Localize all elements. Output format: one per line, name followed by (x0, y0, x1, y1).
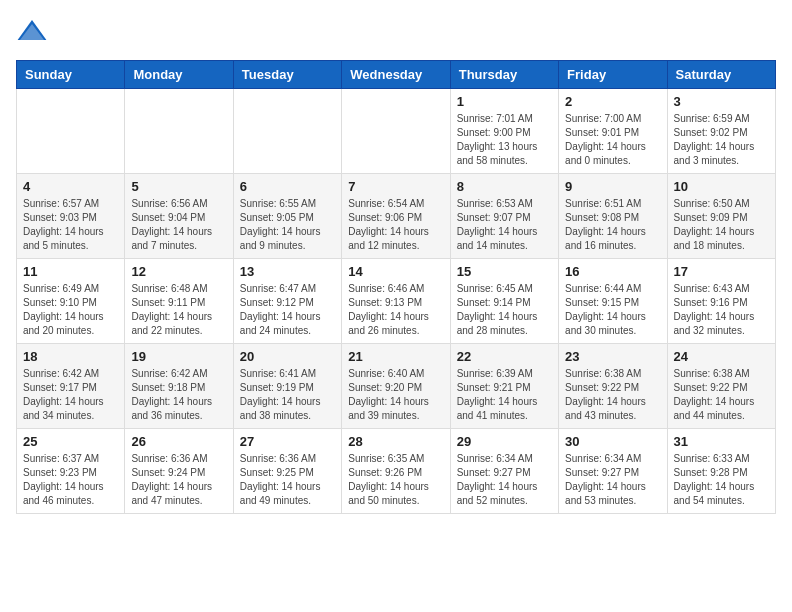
day-info: Sunrise: 6:42 AMSunset: 9:18 PMDaylight:… (131, 367, 226, 423)
calendar-week-row: 25Sunrise: 6:37 AMSunset: 9:23 PMDayligh… (17, 429, 776, 514)
day-number: 10 (674, 179, 769, 194)
day-number: 14 (348, 264, 443, 279)
day-info: Sunrise: 6:41 AMSunset: 9:19 PMDaylight:… (240, 367, 335, 423)
calendar-header-sunday: Sunday (17, 61, 125, 89)
day-number: 6 (240, 179, 335, 194)
day-number: 25 (23, 434, 118, 449)
day-info: Sunrise: 6:35 AMSunset: 9:26 PMDaylight:… (348, 452, 443, 508)
calendar-cell: 30Sunrise: 6:34 AMSunset: 9:27 PMDayligh… (559, 429, 667, 514)
logo (16, 16, 52, 48)
day-number: 13 (240, 264, 335, 279)
calendar-cell: 23Sunrise: 6:38 AMSunset: 9:22 PMDayligh… (559, 344, 667, 429)
day-info: Sunrise: 6:39 AMSunset: 9:21 PMDaylight:… (457, 367, 552, 423)
calendar-cell (342, 89, 450, 174)
day-info: Sunrise: 6:33 AMSunset: 9:28 PMDaylight:… (674, 452, 769, 508)
day-info: Sunrise: 6:42 AMSunset: 9:17 PMDaylight:… (23, 367, 118, 423)
day-info: Sunrise: 6:49 AMSunset: 9:10 PMDaylight:… (23, 282, 118, 338)
calendar-cell: 9Sunrise: 6:51 AMSunset: 9:08 PMDaylight… (559, 174, 667, 259)
calendar-cell: 21Sunrise: 6:40 AMSunset: 9:20 PMDayligh… (342, 344, 450, 429)
day-number: 3 (674, 94, 769, 109)
day-number: 23 (565, 349, 660, 364)
logo-icon (16, 16, 48, 48)
calendar-cell: 29Sunrise: 6:34 AMSunset: 9:27 PMDayligh… (450, 429, 558, 514)
calendar-header-wednesday: Wednesday (342, 61, 450, 89)
calendar-cell: 1Sunrise: 7:01 AMSunset: 9:00 PMDaylight… (450, 89, 558, 174)
day-number: 30 (565, 434, 660, 449)
day-info: Sunrise: 6:46 AMSunset: 9:13 PMDaylight:… (348, 282, 443, 338)
day-number: 19 (131, 349, 226, 364)
day-info: Sunrise: 6:50 AMSunset: 9:09 PMDaylight:… (674, 197, 769, 253)
day-info: Sunrise: 6:34 AMSunset: 9:27 PMDaylight:… (457, 452, 552, 508)
day-info: Sunrise: 6:48 AMSunset: 9:11 PMDaylight:… (131, 282, 226, 338)
calendar-week-row: 4Sunrise: 6:57 AMSunset: 9:03 PMDaylight… (17, 174, 776, 259)
day-info: Sunrise: 6:57 AMSunset: 9:03 PMDaylight:… (23, 197, 118, 253)
day-number: 24 (674, 349, 769, 364)
calendar-cell: 24Sunrise: 6:38 AMSunset: 9:22 PMDayligh… (667, 344, 775, 429)
day-number: 9 (565, 179, 660, 194)
calendar-cell (125, 89, 233, 174)
day-number: 29 (457, 434, 552, 449)
calendar-week-row: 1Sunrise: 7:01 AMSunset: 9:00 PMDaylight… (17, 89, 776, 174)
day-info: Sunrise: 6:45 AMSunset: 9:14 PMDaylight:… (457, 282, 552, 338)
calendar-cell: 11Sunrise: 6:49 AMSunset: 9:10 PMDayligh… (17, 259, 125, 344)
calendar-cell: 20Sunrise: 6:41 AMSunset: 9:19 PMDayligh… (233, 344, 341, 429)
day-number: 17 (674, 264, 769, 279)
calendar-cell: 26Sunrise: 6:36 AMSunset: 9:24 PMDayligh… (125, 429, 233, 514)
calendar-cell: 31Sunrise: 6:33 AMSunset: 9:28 PMDayligh… (667, 429, 775, 514)
day-number: 2 (565, 94, 660, 109)
calendar-header-saturday: Saturday (667, 61, 775, 89)
day-number: 8 (457, 179, 552, 194)
calendar-cell: 16Sunrise: 6:44 AMSunset: 9:15 PMDayligh… (559, 259, 667, 344)
day-number: 1 (457, 94, 552, 109)
day-number: 16 (565, 264, 660, 279)
day-info: Sunrise: 6:37 AMSunset: 9:23 PMDaylight:… (23, 452, 118, 508)
day-number: 7 (348, 179, 443, 194)
day-info: Sunrise: 7:00 AMSunset: 9:01 PMDaylight:… (565, 112, 660, 168)
day-number: 31 (674, 434, 769, 449)
day-info: Sunrise: 7:01 AMSunset: 9:00 PMDaylight:… (457, 112, 552, 168)
calendar-cell: 28Sunrise: 6:35 AMSunset: 9:26 PMDayligh… (342, 429, 450, 514)
calendar-cell: 25Sunrise: 6:37 AMSunset: 9:23 PMDayligh… (17, 429, 125, 514)
day-number: 12 (131, 264, 226, 279)
calendar-cell: 8Sunrise: 6:53 AMSunset: 9:07 PMDaylight… (450, 174, 558, 259)
calendar-header-row: SundayMondayTuesdayWednesdayThursdayFrid… (17, 61, 776, 89)
calendar-cell: 17Sunrise: 6:43 AMSunset: 9:16 PMDayligh… (667, 259, 775, 344)
calendar-week-row: 18Sunrise: 6:42 AMSunset: 9:17 PMDayligh… (17, 344, 776, 429)
calendar-header-friday: Friday (559, 61, 667, 89)
day-info: Sunrise: 6:47 AMSunset: 9:12 PMDaylight:… (240, 282, 335, 338)
day-number: 21 (348, 349, 443, 364)
day-number: 4 (23, 179, 118, 194)
day-info: Sunrise: 6:38 AMSunset: 9:22 PMDaylight:… (674, 367, 769, 423)
day-info: Sunrise: 6:55 AMSunset: 9:05 PMDaylight:… (240, 197, 335, 253)
calendar-cell: 13Sunrise: 6:47 AMSunset: 9:12 PMDayligh… (233, 259, 341, 344)
day-number: 18 (23, 349, 118, 364)
calendar-cell: 7Sunrise: 6:54 AMSunset: 9:06 PMDaylight… (342, 174, 450, 259)
calendar-cell: 15Sunrise: 6:45 AMSunset: 9:14 PMDayligh… (450, 259, 558, 344)
calendar-cell: 18Sunrise: 6:42 AMSunset: 9:17 PMDayligh… (17, 344, 125, 429)
day-number: 26 (131, 434, 226, 449)
day-info: Sunrise: 6:36 AMSunset: 9:24 PMDaylight:… (131, 452, 226, 508)
day-info: Sunrise: 6:34 AMSunset: 9:27 PMDaylight:… (565, 452, 660, 508)
day-info: Sunrise: 6:56 AMSunset: 9:04 PMDaylight:… (131, 197, 226, 253)
day-number: 27 (240, 434, 335, 449)
calendar-cell: 4Sunrise: 6:57 AMSunset: 9:03 PMDaylight… (17, 174, 125, 259)
calendar-cell: 2Sunrise: 7:00 AMSunset: 9:01 PMDaylight… (559, 89, 667, 174)
day-info: Sunrise: 6:43 AMSunset: 9:16 PMDaylight:… (674, 282, 769, 338)
day-info: Sunrise: 6:38 AMSunset: 9:22 PMDaylight:… (565, 367, 660, 423)
calendar-cell: 14Sunrise: 6:46 AMSunset: 9:13 PMDayligh… (342, 259, 450, 344)
day-info: Sunrise: 6:51 AMSunset: 9:08 PMDaylight:… (565, 197, 660, 253)
day-info: Sunrise: 6:53 AMSunset: 9:07 PMDaylight:… (457, 197, 552, 253)
day-info: Sunrise: 6:40 AMSunset: 9:20 PMDaylight:… (348, 367, 443, 423)
day-number: 22 (457, 349, 552, 364)
calendar-cell (233, 89, 341, 174)
calendar-cell: 19Sunrise: 6:42 AMSunset: 9:18 PMDayligh… (125, 344, 233, 429)
day-info: Sunrise: 6:59 AMSunset: 9:02 PMDaylight:… (674, 112, 769, 168)
page-header (16, 16, 776, 48)
calendar-cell: 5Sunrise: 6:56 AMSunset: 9:04 PMDaylight… (125, 174, 233, 259)
calendar-cell (17, 89, 125, 174)
calendar-cell: 22Sunrise: 6:39 AMSunset: 9:21 PMDayligh… (450, 344, 558, 429)
calendar-header-monday: Monday (125, 61, 233, 89)
calendar-cell: 12Sunrise: 6:48 AMSunset: 9:11 PMDayligh… (125, 259, 233, 344)
day-number: 15 (457, 264, 552, 279)
day-info: Sunrise: 6:36 AMSunset: 9:25 PMDaylight:… (240, 452, 335, 508)
